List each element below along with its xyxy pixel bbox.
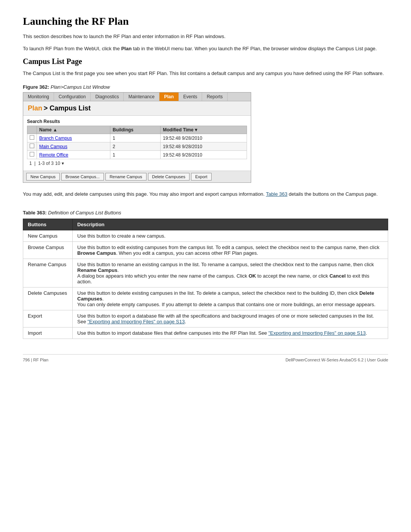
plan-header: Plan > Campus List xyxy=(23,101,251,116)
row3-checkbox[interactable] xyxy=(30,152,34,157)
row2-checkbox-cell xyxy=(27,142,37,151)
footer-left: 796 | RF Plan xyxy=(23,358,48,362)
row3-modified: 19:52:48 9/28/2010 xyxy=(161,151,247,159)
tab-configuration[interactable]: Configuration xyxy=(54,93,91,101)
campus-list-screenshot: Monitoring Configuration Diagnostics Mai… xyxy=(23,92,251,183)
page-title: Launching the RF Plan xyxy=(23,15,388,27)
row1-campus-link[interactable]: Branch Campus xyxy=(39,136,72,141)
tab-reports[interactable]: Reports xyxy=(202,93,228,101)
table363-link[interactable]: Table 363 xyxy=(266,191,287,197)
table-row: Remote Office 1 19:52:48 9/28/2010 xyxy=(27,151,247,159)
row2-buildings: 2 xyxy=(110,142,161,151)
intro-paragraph-1: This section describes how to launch the… xyxy=(23,33,388,40)
list-item: Rename Campus Use this button to rename … xyxy=(23,259,388,287)
browse-campus-button[interactable]: Browse Campus... xyxy=(61,173,104,181)
list-item: Browse Campus Use this button to edit ex… xyxy=(23,241,388,259)
tab-monitoring[interactable]: Monitoring xyxy=(23,93,54,101)
desc-import: Use this button to import database files… xyxy=(73,327,388,339)
footer-right: DellPowerConnect W-Series ArubaOS 6.2 | … xyxy=(285,358,388,362)
def-table-header-description: Description xyxy=(73,219,388,230)
row1-checkbox[interactable] xyxy=(30,135,34,140)
table-row: Main Campus 2 19:52:48 9/28/2010 xyxy=(27,142,247,151)
desc-export: Use this button to export a database fil… xyxy=(73,310,388,327)
plan-word: Plan xyxy=(28,104,42,112)
row3-campus-link[interactable]: Remote Office xyxy=(39,152,68,158)
desc-delete-campuses: Use this button to delete existing campu… xyxy=(73,287,388,310)
row3-name: Remote Office xyxy=(37,151,110,159)
section1-paragraph: The Campus List is the first page you se… xyxy=(23,70,388,77)
table-container: Search Results Name ▲ Buildings Modified… xyxy=(23,116,251,171)
new-campus-button[interactable]: New Campus xyxy=(26,173,60,181)
section-title-campus-list: Campus List Page xyxy=(23,57,388,66)
intro-paragraph-2: To launch RF Plan from the WebUI, click … xyxy=(23,45,388,53)
footer-bar: 796 | RF Plan DellPowerConnect W-Series … xyxy=(23,354,388,362)
action-buttons-bar: New Campus Browse Campus... Rename Campu… xyxy=(23,171,251,182)
pagination: 1 | 1-3 of 3 10 ▾ xyxy=(27,159,247,168)
rename-campus-button[interactable]: Rename Campus xyxy=(105,173,147,181)
row2-checkbox[interactable] xyxy=(30,144,34,148)
row1-name: Branch Campus xyxy=(37,134,110,142)
page-size-select[interactable]: 10 ▾ xyxy=(55,161,64,166)
list-item: Delete Campuses Use this button to delet… xyxy=(23,287,388,310)
campus-list-heading: > Campus List xyxy=(44,104,91,112)
col-modified-time[interactable]: Modified Time ▾ xyxy=(161,126,247,134)
list-item: New Campus Use this button to create a n… xyxy=(23,230,388,241)
table-row: Branch Campus 1 19:52:48 9/28/2010 xyxy=(27,134,247,142)
desc-rename-campus: Use this button to rename an existing ca… xyxy=(73,259,388,287)
row3-checkbox-cell xyxy=(27,151,37,159)
list-item: Export Use this button to export a datab… xyxy=(23,310,388,327)
after-figure-paragraph: You may add, edit, and delete campuses u… xyxy=(23,190,388,198)
def-table-header-buttons: Buttons xyxy=(23,219,73,230)
col-name[interactable]: Name ▲ xyxy=(37,126,110,134)
campus-table: Name ▲ Buildings Modified Time ▾ Branch … xyxy=(27,126,247,159)
row1-modified: 19:52:48 9/28/2010 xyxy=(161,134,247,142)
col-checkbox xyxy=(27,126,37,134)
export-link[interactable]: "Exporting and Importing Files" on page … xyxy=(88,319,185,324)
list-item: Import Use this button to import databas… xyxy=(23,327,388,339)
desc-new-campus: Use this button to create a new campus. xyxy=(73,230,388,241)
definition-table: Buttons Description New Campus Use this … xyxy=(23,219,388,339)
row2-campus-link[interactable]: Main Campus xyxy=(39,144,67,149)
col-buildings: Buildings xyxy=(110,126,161,134)
row2-name: Main Campus xyxy=(37,142,110,151)
button-name-import: Import xyxy=(23,327,73,339)
row2-modified: 19:52:48 9/28/2010 xyxy=(161,142,247,151)
button-name-export: Export xyxy=(23,310,73,327)
import-link[interactable]: "Exporting and Importing Files" on page … xyxy=(268,330,366,336)
row3-buildings: 1 xyxy=(110,151,161,159)
tab-events[interactable]: Events xyxy=(179,93,202,101)
button-name-new-campus: New Campus xyxy=(23,230,73,241)
delete-campuses-button[interactable]: Delete Campuses xyxy=(148,173,190,181)
table-363-label: Table 363: Definition of Campus List But… xyxy=(23,210,388,216)
row1-buildings: 1 xyxy=(110,134,161,142)
tab-diagnostics[interactable]: Diagnostics xyxy=(91,93,124,101)
search-results-label: Search Results xyxy=(27,119,247,124)
pagination-text: 1 | 1-3 of 3 xyxy=(29,161,54,166)
row1-checkbox-cell xyxy=(27,134,37,142)
button-name-browse-campus: Browse Campus xyxy=(23,241,73,259)
export-button[interactable]: Export xyxy=(191,173,212,181)
figure-label: Figure 362: Plan>Campus List Window xyxy=(23,84,388,90)
button-name-delete-campuses: Delete Campuses xyxy=(23,287,73,310)
nav-bar: Monitoring Configuration Diagnostics Mai… xyxy=(23,93,251,101)
desc-browse-campus: Use this button to edit existing campuse… xyxy=(73,241,388,259)
tab-maintenance[interactable]: Maintenance xyxy=(124,93,159,101)
tab-plan[interactable]: Plan xyxy=(159,93,178,101)
button-name-rename-campus: Rename Campus xyxy=(23,259,73,287)
